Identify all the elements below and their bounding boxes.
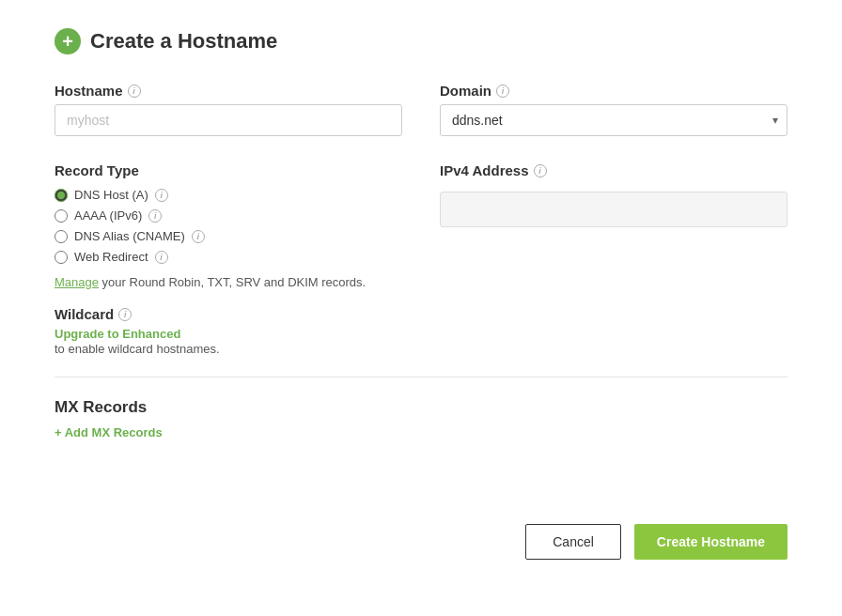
wildcard-info-icon[interactable]: i — [118, 308, 132, 321]
hostname-info-icon[interactable]: i — [128, 85, 141, 98]
ipv4-label: IPv4 Address i — [440, 162, 787, 178]
radio-cname[interactable]: DNS Alias (CNAME) i — [55, 229, 402, 243]
record-ipv4-row: Record Type DNS Host (A) i AAAA (IPv6) i… — [55, 162, 787, 289]
hostname-input[interactable] — [55, 104, 402, 136]
wildcard-desc: to enable wildcard hostnames. — [55, 342, 220, 356]
plus-icon: + — [55, 28, 81, 54]
radio-dns-host[interactable]: DNS Host (A) i — [55, 188, 402, 202]
ipv4-group: IPv4 Address i — [440, 162, 787, 289]
dns-host-info-icon[interactable]: i — [155, 189, 168, 202]
wildcard-label: Wildcard i — [55, 306, 787, 322]
wildcard-upgrade-text: Upgrade to Enhanced to enable wildcard h… — [55, 326, 787, 356]
radio-dns-host-input[interactable] — [55, 189, 68, 202]
record-type-group: Record Type DNS Host (A) i AAAA (IPv6) i… — [55, 162, 402, 289]
domain-info-icon[interactable]: i — [496, 85, 509, 98]
mx-section: MX Records Add MX Records — [55, 398, 787, 468]
page-title-row: + Create a Hostname — [55, 28, 787, 54]
radio-options: DNS Host (A) i AAAA (IPv6) i DNS Alias (… — [55, 188, 402, 264]
page-container: + Create a Hostname Hostname i Domain i … — [17, 0, 825, 597]
wildcard-section: Wildcard i Upgrade to Enhanced to enable… — [55, 306, 787, 377]
radio-aaaa[interactable]: AAAA (IPv6) i — [55, 208, 402, 223]
ipv4-input[interactable] — [440, 192, 787, 227]
hostname-group: Hostname i — [55, 83, 402, 136]
web-redirect-info-icon[interactable]: i — [155, 251, 168, 264]
hostname-label: Hostname i — [55, 83, 402, 99]
domain-select[interactable]: ddns.net ddns.info ddns.org ddns.com — [440, 104, 787, 136]
mx-title: MX Records — [55, 398, 787, 417]
hostname-domain-row: Hostname i Domain i ddns.net ddns.info d… — [55, 83, 787, 136]
upgrade-link[interactable]: Upgrade to Enhanced — [55, 327, 180, 341]
page-title: Create a Hostname — [90, 29, 277, 54]
button-row: Cancel Create Hostname — [55, 515, 787, 560]
domain-group: Domain i ddns.net ddns.info ddns.org ddn… — [440, 83, 787, 136]
radio-cname-input[interactable] — [55, 230, 68, 243]
domain-select-wrapper: ddns.net ddns.info ddns.org ddns.com ▾ — [440, 104, 787, 136]
create-hostname-button[interactable]: Create Hostname — [634, 524, 787, 560]
cancel-button[interactable]: Cancel — [525, 524, 621, 560]
record-type-label: Record Type — [55, 162, 402, 178]
cname-info-icon[interactable]: i — [192, 230, 205, 243]
manage-link[interactable]: Manage — [55, 275, 99, 289]
ipv4-info-icon[interactable]: i — [534, 164, 547, 177]
radio-web-redirect[interactable]: Web Redirect i — [55, 250, 402, 264]
domain-label: Domain i — [440, 83, 787, 99]
aaaa-info-icon[interactable]: i — [148, 209, 162, 223]
radio-aaaa-input[interactable] — [55, 209, 68, 223]
radio-web-redirect-input[interactable] — [55, 251, 68, 264]
add-mx-link[interactable]: Add MX Records — [55, 425, 163, 439]
manage-text: Manage your Round Robin, TXT, SRV and DK… — [55, 275, 402, 289]
